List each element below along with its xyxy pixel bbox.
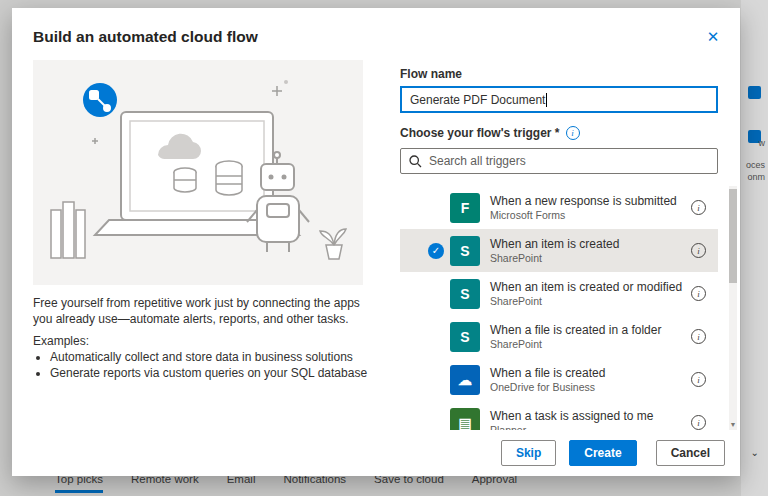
sharepoint-icon: S bbox=[450, 279, 480, 309]
trigger-title: When a task is assigned to me bbox=[490, 409, 691, 424]
search-input[interactable] bbox=[429, 149, 709, 173]
info-icon[interactable]: i bbox=[566, 126, 580, 140]
scrollbar-track[interactable]: ▼ bbox=[729, 186, 737, 430]
trigger-app: Planner bbox=[490, 424, 691, 431]
trigger-row-item-created-modified[interactable]: S When an item is created or modified Sh… bbox=[400, 272, 718, 315]
dialog-footer: Skip Create Cancel bbox=[501, 440, 725, 466]
trigger-row-task-assigned[interactable]: ▤ When a task is assigned to me Planner … bbox=[400, 401, 718, 430]
examples-label: Examples: bbox=[33, 334, 89, 348]
build-flow-dialog: Build an automated cloud flow ✕ bbox=[12, 8, 740, 476]
flow-name-input[interactable]: Generate PDF Document bbox=[400, 86, 718, 113]
info-icon[interactable]: i bbox=[691, 415, 706, 430]
trigger-row-forms-response[interactable]: F When a new response is submitted Micro… bbox=[400, 186, 718, 229]
sharepoint-icon: S bbox=[450, 322, 480, 352]
trigger-label: Choose your flow's trigger * bbox=[400, 126, 560, 140]
trigger-app: OneDrive for Business bbox=[490, 381, 691, 394]
trigger-row-file-created-folder[interactable]: S When a file is created in a folder Sha… bbox=[400, 315, 718, 358]
search-icon bbox=[409, 155, 422, 168]
microsoft-forms-icon: F bbox=[450, 193, 480, 223]
trigger-title: When a file is created bbox=[490, 366, 691, 381]
trigger-app: SharePoint bbox=[490, 338, 691, 351]
trigger-row-file-created[interactable]: ☁ When a file is created OneDrive for Bu… bbox=[400, 358, 718, 401]
flow-config-panel: Flow name Generate PDF Document Choose y… bbox=[400, 67, 738, 430]
skip-button[interactable]: Skip bbox=[501, 440, 556, 466]
flow-illustration bbox=[33, 60, 363, 285]
onedrive-icon: ☁ bbox=[450, 365, 480, 395]
scroll-down-arrow-icon[interactable]: ▼ bbox=[729, 419, 737, 430]
trigger-app: SharePoint bbox=[490, 295, 691, 308]
example-item: Automatically collect and store data in … bbox=[50, 350, 380, 365]
dialog-title: Build an automated cloud flow bbox=[33, 28, 258, 46]
sharepoint-icon: S bbox=[450, 236, 480, 266]
info-icon[interactable]: i bbox=[691, 243, 706, 258]
trigger-row-item-created[interactable]: ✓ S When an item is created SharePoint i bbox=[400, 229, 718, 272]
info-icon[interactable]: i bbox=[691, 286, 706, 301]
trigger-app: Microsoft Forms bbox=[490, 209, 691, 222]
trigger-search-box[interactable] bbox=[400, 148, 718, 174]
cancel-button[interactable]: Cancel bbox=[656, 440, 725, 466]
text-caret bbox=[546, 93, 547, 107]
trigger-title: When a new response is submitted bbox=[490, 194, 691, 209]
trigger-list: F When a new response is submitted Micro… bbox=[400, 186, 738, 430]
dialog-description: Free yourself from repetitive work just … bbox=[33, 295, 369, 327]
info-icon[interactable]: i bbox=[691, 329, 706, 344]
flow-name-label: Flow name bbox=[400, 67, 738, 81]
trigger-title: When an item is created or modified bbox=[490, 280, 691, 295]
flow-name-value: Generate PDF Document bbox=[410, 93, 545, 107]
close-icon[interactable]: ✕ bbox=[700, 24, 726, 50]
examples-list: Automatically collect and store data in … bbox=[50, 350, 380, 382]
trigger-title: When an item is created bbox=[490, 237, 691, 252]
info-icon[interactable]: i bbox=[691, 200, 706, 215]
selected-check-icon: ✓ bbox=[428, 243, 444, 259]
illustration-drawing bbox=[33, 60, 363, 285]
trigger-app: SharePoint bbox=[490, 252, 691, 265]
planner-icon: ▤ bbox=[450, 408, 480, 431]
example-item: Generate reports via custom queries on y… bbox=[50, 366, 380, 381]
info-icon[interactable]: i bbox=[691, 372, 706, 387]
trigger-title: When a file is created in a folder bbox=[490, 323, 691, 338]
create-button[interactable]: Create bbox=[569, 440, 636, 466]
scrollbar-thumb[interactable] bbox=[729, 189, 737, 283]
